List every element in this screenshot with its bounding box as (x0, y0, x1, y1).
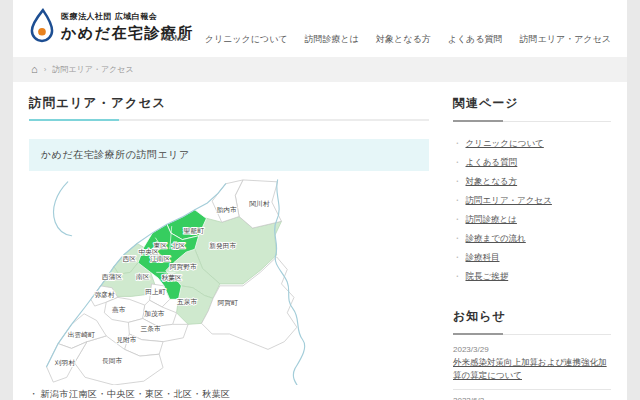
logo-droplet-icon (29, 8, 54, 43)
map-label-other: 見附市 (116, 336, 136, 344)
map-label-nearby: 西区 (122, 255, 137, 263)
site-header: 医療法人社団 広域白報会 かめだ在宅診療所 HOME クリニックについて 訪問診… (13, 0, 627, 57)
related-link-faq[interactable]: ・よくある質問 (453, 153, 611, 172)
news-date: 2022/6/2 (453, 396, 611, 400)
map-label-other: 弥彦村 (94, 291, 114, 299)
news-list: 2023/3/29 外来感染対策向上加算および連携強化加算の算定について 202… (453, 339, 611, 400)
related-link-label: 診療科目 (466, 252, 500, 264)
related-link-director-greeting[interactable]: ・院長ご挨拶 (453, 267, 611, 286)
link-bullet: ・ (453, 214, 462, 226)
map-label-other: 刈羽村 (54, 359, 75, 367)
nav-home-visit-care[interactable]: 訪問診療とは (305, 33, 359, 46)
main-content: 訪問エリア・アクセス かめだ在宅診療所の訪問エリア (13, 82, 627, 400)
map-label-visit: 北区 (172, 242, 186, 250)
map-label-other: 田上町 (145, 288, 165, 296)
nav-eligible-patients[interactable]: 対象となる方 (376, 33, 431, 46)
related-link-about-clinic[interactable]: ・クリニックについて (453, 134, 611, 153)
map-label-other: 胎内市 (217, 206, 237, 213)
map-label-other: 長岡市 (102, 357, 122, 364)
breadcrumb: ⌂ › 訪問エリア・アクセス (13, 57, 627, 82)
news-title: お知らせ (453, 308, 611, 325)
map-label-other: 三条市 (140, 325, 160, 332)
map-label-other: 燕市 (112, 306, 126, 314)
related-link-flow[interactable]: ・診療までの流れ (453, 229, 611, 248)
map-label-nearby: 南区 (136, 273, 150, 280)
coast-curve-top-left (54, 182, 72, 236)
title-underline (29, 119, 429, 121)
news-section: お知らせ 2023/3/29 外来感染対策向上加算および連携強化加算の算定につい… (453, 308, 611, 400)
map-label-other: 加茂市 (144, 310, 164, 317)
link-bullet: ・ (453, 176, 462, 188)
link-bullet: ・ (453, 138, 462, 150)
related-link-label: 訪問エリア・アクセス (466, 195, 552, 207)
list-bullet: ・ (29, 388, 39, 400)
link-bullet: ・ (453, 271, 462, 283)
map-label-nearby: 西蒲区 (101, 273, 122, 281)
main-nav: HOME クリニックについて 訪問診療とは 対象となる方 よくある質問 訪問エリ… (161, 33, 611, 46)
map-label-nearby: 新発田市 (209, 242, 236, 250)
news-date: 2023/3/29 (453, 345, 611, 354)
sidebar: 関連ページ ・クリニックについて ・よくある質問 ・対象となる方 ・訪問エリア・… (453, 82, 611, 400)
link-bullet: ・ (453, 252, 462, 264)
page: 医療法人社団 広域白報会 かめだ在宅診療所 HOME クリニックについて 訪問診… (13, 0, 627, 400)
related-link-label: よくある質問 (466, 157, 518, 169)
visit-area-section: 訪問エリア・アクセス かめだ在宅診療所の訪問エリア (29, 82, 429, 400)
map-label-nearby: 阿賀野市 (170, 263, 197, 271)
related-link-area-access[interactable]: ・訪問エリア・アクセス (453, 191, 611, 210)
breadcrumb-current: 訪問エリア・アクセス (52, 64, 133, 75)
related-link-label: 訪問診療とは (466, 214, 517, 226)
map-label-visit: 秋葉区 (162, 274, 182, 281)
visit-area-lead: かめだ在宅診療所の訪問エリア (29, 139, 429, 171)
nav-faq[interactable]: よくある質問 (448, 33, 503, 46)
map-label-other: 阿賀町 (217, 299, 237, 307)
link-bullet: ・ (453, 195, 462, 207)
related-link-label: 対象となる方 (466, 176, 518, 188)
related-links: ・クリニックについて ・よくある質問 ・対象となる方 ・訪問エリア・アクセス ・… (453, 134, 611, 286)
map-label-other: 関川村 (249, 200, 269, 208)
related-link-departments[interactable]: ・診療科目 (453, 248, 611, 267)
related-pages-title: 関連ページ (453, 95, 611, 112)
related-link-label: 院長ご挨拶 (466, 271, 509, 283)
area-map: 関川村胎内市聖籠町新発田市東区北区中央区西区江南区阿賀野市西蒲区南区秋葉区田上町… (29, 178, 429, 385)
related-link-eligible-patients[interactable]: ・対象となる方 (453, 172, 611, 191)
map-label-nearby: 五泉市 (177, 298, 197, 305)
news-item: 2022/6/2 機能強化加算についてお知らせ (453, 390, 611, 400)
link-bullet: ・ (453, 157, 462, 169)
nav-area-access[interactable]: 訪問エリア・アクセス (520, 33, 611, 46)
link-bullet: ・ (453, 233, 462, 245)
news-divider (453, 334, 611, 335)
related-link-home-visit-care[interactable]: ・訪問診療とは (453, 210, 611, 229)
visit-area-list-text: 新潟市江南区・中央区・東区・北区・秋葉区 (41, 388, 231, 400)
org-name: 医療法人社団 広域白報会 (61, 11, 194, 22)
home-icon[interactable]: ⌂ (31, 64, 38, 75)
map-label-visit: 江南区 (150, 255, 170, 262)
related-pages-divider (453, 121, 611, 122)
map-label-other: 出雲崎町 (68, 331, 95, 338)
related-link-label: クリニックについて (466, 138, 544, 150)
visit-area-list: ・ 新潟市江南区・中央区・東区・北区・秋葉区 (29, 388, 429, 400)
nav-about-clinic[interactable]: クリニックについて (205, 33, 288, 46)
page-title: 訪問エリア・アクセス (29, 95, 429, 112)
nav-home[interactable]: HOME (161, 33, 188, 46)
news-item: 2023/3/29 外来感染対策向上加算および連携強化加算の算定について (453, 339, 611, 390)
breadcrumb-separator-icon: › (44, 65, 47, 74)
related-link-label: 診療までの流れ (466, 233, 526, 245)
news-link[interactable]: 外来感染対策向上加算および連携強化加算の算定について (453, 356, 611, 382)
map-label-visit: 聖籠町 (183, 227, 204, 234)
